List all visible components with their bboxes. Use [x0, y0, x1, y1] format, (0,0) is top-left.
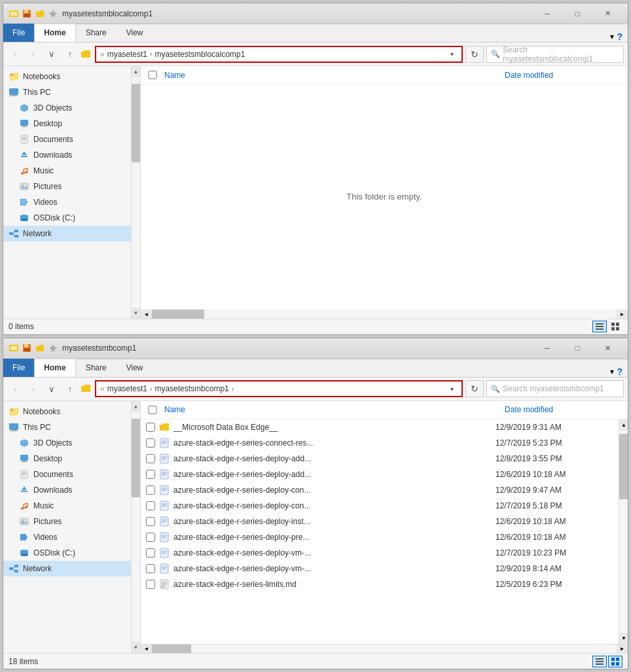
sidebar-item-network-2[interactable]: Network — [3, 561, 131, 576]
sidebar-item-osdisk-1[interactable]: OSDisk (C:) — [3, 210, 131, 226]
sidebar-item-notebooks-1[interactable]: 📁 Notebooks — [3, 69, 131, 84]
file-row-2[interactable]: azure-stack-edge-r-series-deploy-add... … — [141, 451, 619, 467]
help-icon-2[interactable]: ? — [617, 366, 622, 377]
back-button-2[interactable]: ‹ — [7, 381, 23, 397]
h-scroll-right-2[interactable]: ► — [617, 645, 628, 654]
file-row-6[interactable]: azure-stack-edge-r-series-deploy-inst...… — [141, 514, 619, 529]
sidebar-item-osdisk-2[interactable]: OSDisk (C:) — [3, 545, 131, 561]
up-button-2[interactable]: ↑ — [62, 381, 78, 397]
sidebar-item-thispc-1[interactable]: This PC — [3, 84, 131, 100]
sidebar-item-notebooks-2[interactable]: 📁 Notebooks — [3, 404, 131, 419]
tab-file-1[interactable]: File — [3, 24, 34, 42]
close-button-2[interactable]: ✕ — [592, 338, 622, 359]
sidebar-item-downloads-1[interactable]: Downloads — [3, 147, 131, 163]
maximize-button-2[interactable]: □ — [562, 338, 592, 359]
file-checkbox-7[interactable] — [146, 533, 155, 542]
address-box-2[interactable]: « myasetest1 › myasetestsmbcomp1 › ▾ — [95, 380, 463, 397]
sidebar-scroll-up-2[interactable]: ▲ — [132, 401, 141, 412]
search-box-1[interactable]: 🔍 Search myasetestsmblocalcomp1 — [486, 46, 624, 63]
h-scroll-left-1[interactable]: ◄ — [141, 309, 152, 319]
file-row-3[interactable]: azure-stack-edge-r-series-deploy-add... … — [141, 467, 619, 482]
back-button-1[interactable]: ‹ — [7, 46, 23, 62]
sidebar-item-music-2[interactable]: Music — [3, 498, 131, 514]
sidebar-scroll-thumb-1[interactable] — [132, 84, 141, 162]
chevron-down-icon-2[interactable]: ▾ — [610, 367, 614, 376]
file-checkbox-6[interactable] — [146, 517, 155, 526]
tab-share-2[interactable]: Share — [76, 359, 117, 377]
select-all-checkbox-2[interactable] — [146, 406, 159, 414]
file-row-0[interactable]: __Microsoft Data Box Edge__ 12/9/2019 9:… — [141, 419, 619, 435]
sidebar-item-desktop-1[interactable]: Desktop — [3, 116, 131, 132]
sidebar-item-3dobjects-2[interactable]: 3D Objects — [3, 435, 131, 451]
file-checkbox-10[interactable] — [146, 580, 155, 589]
sidebar-item-videos-2[interactable]: Videos — [3, 529, 131, 545]
address-dropdown-1[interactable]: ▾ — [446, 46, 458, 63]
h-scroll-right-1[interactable]: ► — [617, 309, 628, 319]
sidebar-item-documents-1[interactable]: Documents — [3, 132, 131, 147]
col-date-header-1[interactable]: Date modified — [505, 71, 622, 80]
file-checkbox-4[interactable] — [146, 486, 155, 495]
file-row-9[interactable]: azure-stack-edge-r-series-deploy-vm-... … — [141, 561, 619, 576]
forward-button-2[interactable]: › — [26, 381, 41, 397]
sidebar-item-documents-2[interactable]: Documents — [3, 467, 131, 482]
file-checkbox-8[interactable] — [146, 548, 155, 557]
tab-share-1[interactable]: Share — [76, 24, 117, 42]
sidebar-item-network-1[interactable]: Network — [3, 226, 131, 241]
sidebar-item-videos-1[interactable]: Videos — [3, 194, 131, 210]
minimize-button-1[interactable]: ─ — [532, 3, 562, 24]
v-scroll-thumb-2[interactable] — [619, 434, 628, 499]
sidebar-item-thispc-2[interactable]: This PC — [3, 419, 131, 435]
tab-file-2[interactable]: File — [3, 359, 34, 377]
h-scroll-thumb-2[interactable] — [152, 645, 191, 654]
sidebar-item-3dobjects-1[interactable]: 3D Objects — [3, 100, 131, 116]
h-scroll-left-2[interactable]: ◄ — [141, 645, 152, 654]
col-name-header-1[interactable]: Name — [164, 71, 505, 80]
sidebar-scroll-down-1[interactable]: ▼ — [132, 308, 141, 319]
file-checkbox-9[interactable] — [146, 564, 155, 573]
forward-button-1[interactable]: › — [26, 46, 41, 62]
view-large-btn-2[interactable] — [608, 656, 622, 667]
file-row-4[interactable]: azure-stack-edge-r-series-deploy-con... … — [141, 482, 619, 498]
sidebar-item-music-1[interactable]: Music — [3, 163, 131, 179]
recent-button-2[interactable]: ∨ — [44, 381, 60, 397]
file-checkbox-2[interactable] — [146, 454, 155, 463]
address-dropdown-2[interactable]: ▾ — [446, 380, 458, 397]
v-scroll-down-2[interactable]: ▼ — [619, 633, 628, 644]
file-checkbox-3[interactable] — [146, 470, 155, 479]
tab-view-1[interactable]: View — [117, 24, 153, 42]
refresh-button-2[interactable]: ↻ — [465, 380, 484, 397]
refresh-button-1[interactable]: ↻ — [465, 46, 484, 63]
search-box-2[interactable]: 🔍 Search myasetestsmbcomp1 — [486, 380, 624, 397]
file-checkbox-0[interactable] — [146, 423, 155, 432]
close-button-1[interactable]: ✕ — [592, 3, 622, 24]
tab-view-2[interactable]: View — [117, 359, 153, 377]
sidebar-item-pictures-1[interactable]: Pictures — [3, 179, 131, 194]
file-checkbox-1[interactable] — [146, 438, 155, 448]
tab-home-1[interactable]: Home — [34, 24, 75, 42]
file-checkbox-5[interactable] — [146, 501, 155, 510]
sidebar-scroll-up-1[interactable]: ▲ — [132, 66, 141, 77]
chevron-down-icon[interactable]: ▾ — [610, 32, 614, 41]
tab-home-2[interactable]: Home — [34, 359, 75, 377]
file-row-10[interactable]: md azure-stack-edge-r-series-limits.md 1… — [141, 576, 619, 592]
up-button-1[interactable]: ↑ — [62, 46, 78, 62]
sidebar-item-pictures-2[interactable]: Pictures — [3, 514, 131, 529]
help-icon[interactable]: ? — [617, 31, 622, 42]
recent-button-1[interactable]: ∨ — [44, 46, 60, 62]
view-large-btn-1[interactable] — [608, 321, 622, 332]
sidebar-item-downloads-2[interactable]: Downloads — [3, 482, 131, 498]
minimize-button-2[interactable]: ─ — [532, 338, 562, 359]
h-scroll-thumb-1[interactable] — [152, 309, 204, 319]
file-row-5[interactable]: azure-stack-edge-r-series-deploy-con... … — [141, 498, 619, 514]
address-box-1[interactable]: « myasetest1 › myasetestsmblocalcomp1 ▾ — [95, 46, 463, 63]
file-row-1[interactable]: azure-stack-edge-r-series-connect-res...… — [141, 435, 619, 451]
sidebar-scroll-thumb-2[interactable] — [132, 419, 141, 497]
sidebar-item-desktop-2[interactable]: Desktop — [3, 451, 131, 467]
view-details-btn-2[interactable] — [592, 656, 607, 667]
file-row-8[interactable]: azure-stack-edge-r-series-deploy-vm-... … — [141, 545, 619, 561]
maximize-button-1[interactable]: □ — [562, 3, 592, 24]
col-date-header-2[interactable]: Date modified — [505, 405, 622, 414]
file-row-7[interactable]: azure-stack-edge-r-series-deploy-pre... … — [141, 529, 619, 545]
v-scroll-up-2[interactable]: ▲ — [619, 419, 628, 431]
col-name-header-2[interactable]: Name — [164, 405, 505, 414]
